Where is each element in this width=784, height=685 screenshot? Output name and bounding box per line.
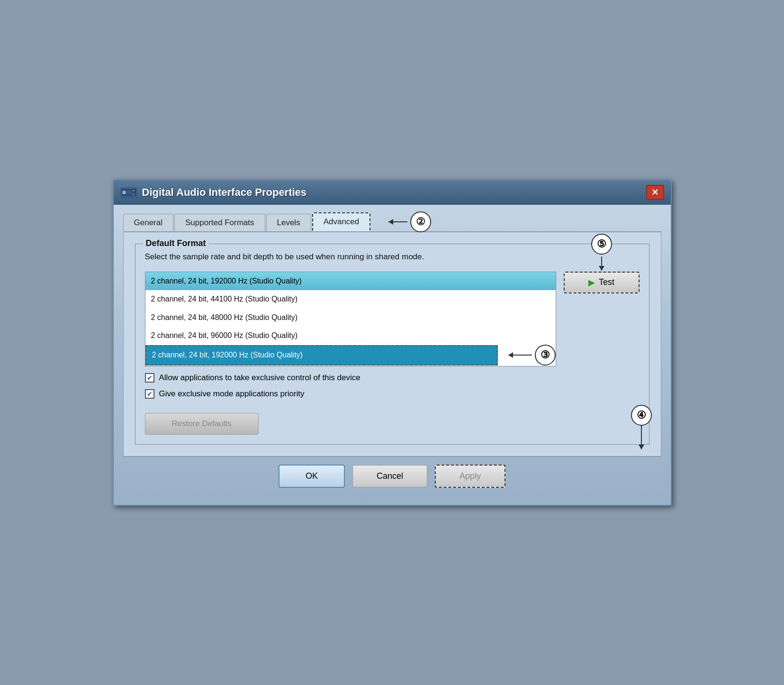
format-item-1[interactable]: 2 channel, 24 bit, 44100 Hz (Studio Qual… — [145, 290, 556, 308]
svg-rect-5 — [127, 191, 132, 194]
annotation-circle-5: ⑤ — [591, 234, 612, 255]
annotation-circle-3: ③ — [535, 345, 556, 365]
bottom-row: Restore Defaults — [145, 413, 640, 435]
svg-point-4 — [133, 193, 135, 195]
test-button[interactable]: ▶ Test — [564, 272, 640, 293]
test-button-label: Test — [599, 277, 614, 287]
annotation-circle-2: ② — [410, 211, 431, 232]
annotation-circle-4: ④ — [631, 405, 652, 426]
title-bar: Digital Audio Interface Properties ✕ — [114, 180, 671, 205]
format-item-0[interactable]: 2 channel, 24 bit, 192000 Hz (Studio Qua… — [145, 272, 556, 290]
close-button[interactable]: ✕ — [646, 185, 664, 200]
dialog-body: General Supported Formats Levels Advance… — [114, 205, 671, 505]
checkbox-row-0: Allow applications to take exclusive con… — [145, 373, 640, 383]
annotation-5: ⑤ — [591, 234, 612, 271]
group-description: Select the sample rate and bit depth to … — [145, 251, 640, 263]
checkbox-exclusive-priority[interactable] — [145, 389, 154, 399]
svg-point-2 — [122, 191, 126, 194]
checkbox-row-1: Give exclusive mode applications priorit… — [145, 389, 640, 399]
format-item-3[interactable]: 2 channel, 24 bit, 96000 Hz (Studio Qual… — [145, 327, 556, 345]
svg-point-3 — [133, 190, 135, 192]
tabs-row: General Supported Formats Levels Advance… — [123, 212, 661, 231]
cancel-button[interactable]: Cancel — [352, 465, 427, 487]
group-label: Default Format — [143, 238, 209, 248]
title-bar-left: Digital Audio Interface Properties — [120, 186, 307, 199]
dialog-title: Digital Audio Interface Properties — [142, 186, 307, 199]
test-button-container: ⑤ ▶ Test — [564, 272, 640, 293]
tab-supported-formats[interactable]: Supported Formats — [174, 214, 265, 231]
dialog-footer: ④ OK Cancel Apply — [123, 457, 661, 495]
format-item-4-container: 2 channel, 24 bit, 192000 Hz (Studio Qua… — [145, 345, 556, 365]
default-format-group: Default Format Select the sample rate an… — [135, 244, 649, 445]
annotation-2: ② — [388, 211, 431, 232]
restore-defaults-button[interactable]: Restore Defaults — [145, 413, 259, 435]
ok-button[interactable]: OK — [279, 465, 345, 488]
annotation-3: ③ — [508, 345, 556, 365]
format-list[interactable]: 2 channel, 24 bit, 192000 Hz (Studio Qua… — [145, 272, 556, 366]
checkboxes-area: Allow applications to take exclusive con… — [145, 373, 640, 399]
annotation-4: ④ — [631, 405, 652, 449]
tab-general[interactable]: General — [123, 214, 173, 231]
tab-advanced[interactable]: Advanced ② — [312, 212, 371, 231]
format-item-2[interactable]: 2 channel, 24 bit, 48000 Hz (Studio Qual… — [145, 309, 556, 327]
tab-levels[interactable]: Levels — [266, 214, 311, 231]
format-item-4[interactable]: 2 channel, 24 bit, 192000 Hz (Studio Qua… — [145, 345, 498, 365]
arrow-3 — [508, 355, 532, 356]
checkbox-exclusive-priority-label: Give exclusive mode applications priorit… — [159, 389, 305, 399]
arrow-2 — [388, 221, 407, 222]
dialog-window: Digital Audio Interface Properties ✕ Gen… — [113, 179, 672, 506]
arrow-5 — [601, 256, 602, 271]
format-row: 2 channel, 24 bit, 192000 Hz (Studio Qua… — [145, 272, 640, 366]
checkbox-exclusive-control-label: Allow applications to take exclusive con… — [159, 373, 360, 383]
apply-button[interactable]: Apply — [435, 465, 505, 488]
checkbox-exclusive-control[interactable] — [145, 373, 154, 383]
arrow-4 — [641, 426, 642, 449]
device-icon — [120, 186, 137, 199]
play-icon: ▶ — [588, 277, 595, 288]
content-area: Default Format Select the sample rate an… — [123, 231, 661, 457]
